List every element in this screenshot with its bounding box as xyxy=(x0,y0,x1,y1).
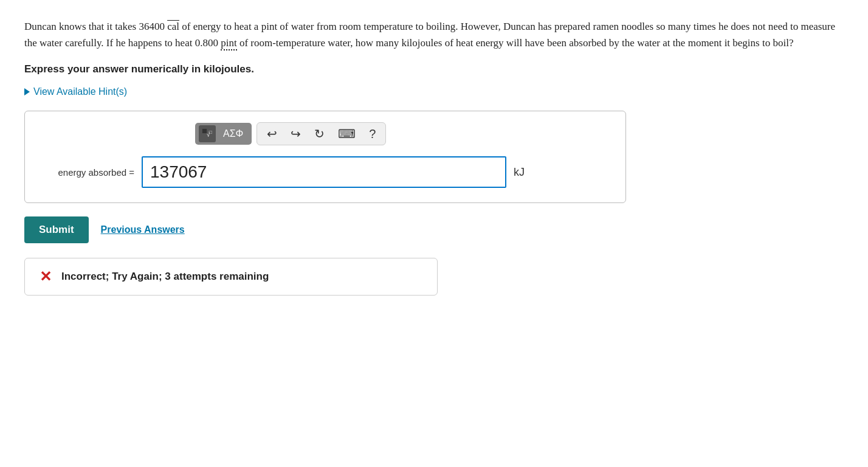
feedback-box: ✕ Incorrect; Try Again; 3 attempts remai… xyxy=(24,258,438,296)
input-label: energy absorbed = xyxy=(37,167,134,178)
svg-rect-0 xyxy=(202,129,207,133)
bold-instruction: Express your answer numerically in kiloj… xyxy=(24,63,844,75)
pint-unit: pint xyxy=(221,37,236,50)
toolbar-actions-group: ↩ ↪ ↻ ⌨ ? xyxy=(257,122,386,145)
keyboard-button[interactable]: ⌨ xyxy=(337,126,357,141)
view-hints-link[interactable]: View Available Hint(s) xyxy=(24,86,844,97)
hint-arrow-icon xyxy=(24,88,30,95)
submit-button[interactable]: Submit xyxy=(24,216,89,243)
svg-text:□: □ xyxy=(209,130,212,135)
answer-input[interactable] xyxy=(142,156,506,188)
error-icon: ✕ xyxy=(40,269,52,284)
previous-answers-link[interactable]: Previous Answers xyxy=(101,224,185,235)
redo-button[interactable]: ↪ xyxy=(289,126,302,141)
cal-unit: cal xyxy=(167,21,179,32)
toolbar: √ □ ΑΣΦ ↩ ↪ ↻ ⌨ ? xyxy=(195,122,613,145)
answer-box-container: √ □ ΑΣΦ ↩ ↪ ↻ ⌨ ? energy absorbed = kJ xyxy=(24,111,626,203)
question-text: Duncan knows that it takes 36400 cal of … xyxy=(24,18,844,51)
hint-link-label: View Available Hint(s) xyxy=(33,86,127,97)
math-symbols-button[interactable]: ΑΣΦ xyxy=(218,126,248,142)
unit-label: kJ xyxy=(514,166,525,179)
formula-icon: √ □ xyxy=(202,128,213,139)
input-row: energy absorbed = kJ xyxy=(37,156,613,188)
help-button[interactable]: ? xyxy=(368,127,377,141)
undo-button[interactable]: ↩ xyxy=(266,126,278,141)
bottom-actions: Submit Previous Answers xyxy=(24,216,844,243)
feedback-message: Incorrect; Try Again; 3 attempts remaini… xyxy=(61,271,269,283)
reset-button[interactable]: ↻ xyxy=(313,126,326,141)
toolbar-left-group: √ □ ΑΣΦ xyxy=(195,123,252,145)
formula-icon-button[interactable]: √ □ xyxy=(199,125,216,142)
